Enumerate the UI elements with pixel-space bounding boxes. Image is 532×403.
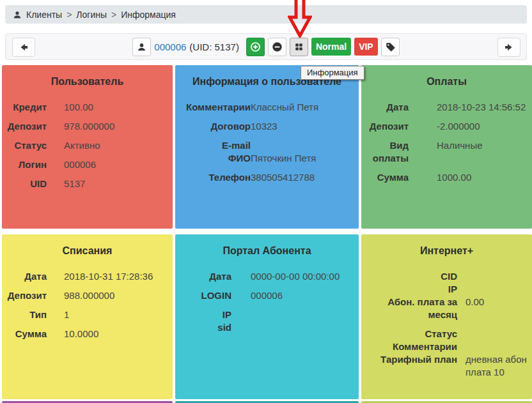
panel-subscriber-portal: Портал Абонента Дата0000-00-00 00:00:00L… (175, 234, 359, 399)
field-value: 000006 (64, 158, 96, 171)
panel-user: Пользователь Кредит100.00Депозит978.0000… (2, 65, 173, 229)
field-label: ФИО (175, 152, 251, 165)
field-value: 1 (64, 308, 69, 321)
field-label: Кредит (2, 101, 47, 114)
field-row: Дата2018-10-23 14:56:52 (361, 101, 532, 114)
field-label: Комментарии (175, 101, 251, 114)
tags-button[interactable] (381, 38, 400, 56)
field-label: Тип (2, 308, 47, 321)
field-label: Телефон (175, 171, 251, 184)
field-row: ФИОПяточкин Петя (175, 152, 359, 165)
field-value: 000006 (251, 289, 283, 302)
next-login-button[interactable] (497, 38, 520, 57)
field-row: Тип1 (2, 308, 173, 321)
field-row: UID5137 (2, 178, 173, 190)
field-value: 0000-00-00 00:00:00 (251, 270, 340, 283)
field-row: Тарифный пландневная абон плата 10 (361, 353, 532, 379)
field-value: 1000.00 (437, 171, 471, 184)
circle-plus-icon (250, 42, 261, 52)
field-value: Пяточкин Петя (251, 152, 316, 165)
user-icon (137, 42, 146, 52)
field-label: sid (175, 321, 231, 334)
panel-rows: Дата0000-00-00 00:00:00LOGIN000006IPsid (175, 270, 359, 334)
field-value: 2018-10-31 17:28:36 (64, 270, 153, 283)
subtract-deposit-button[interactable] (268, 38, 286, 56)
field-row: СтатусАктивно (2, 139, 173, 152)
field-label: Логин (2, 158, 47, 171)
field-row: Вид оплатыНаличные (361, 139, 532, 165)
panel-title: Списания (2, 245, 173, 257)
prev-login-button[interactable] (12, 38, 35, 57)
field-value: 100.00 (64, 101, 93, 114)
panel-rows: Дата2018-10-23 14:56:52Депозит-2.000000В… (361, 101, 532, 184)
toolbar-center-group: 000006 (UID: 5137) Normal VIP (132, 38, 399, 56)
field-label: Сумма (2, 328, 47, 340)
user-icon (13, 10, 22, 19)
field-row: Сумма1000.00 (361, 171, 532, 184)
field-label: Статус (361, 328, 457, 340)
field-value: 2018-10-23 14:56:52 (437, 101, 526, 114)
field-label: Дата (175, 270, 231, 283)
field-label: Договор (175, 120, 251, 133)
field-label: Депозит (2, 289, 47, 302)
panel-payments: Оплаты Дата2018-10-23 14:56:52Депозит-2.… (361, 65, 532, 229)
field-label: Депозит (2, 120, 47, 133)
panel-rows: Дата2018-10-31 17:28:36Депозит988.000000… (2, 270, 173, 340)
field-label: Абон. плата за месяц (361, 296, 457, 321)
tooltip: Информация (301, 66, 364, 80)
panel-rows: КомментарииКлассный ПетяДоговор10323E-ma… (175, 101, 359, 184)
info-grid-button[interactable] (290, 38, 308, 56)
field-row: IP (175, 308, 359, 321)
field-label: CID (361, 270, 457, 283)
toolbar: 000006 (UID: 5137) Normal VIP (5, 33, 527, 60)
field-label: Дата (2, 270, 47, 283)
breadcrumb: Клиенты > Логины > Информация (5, 5, 527, 24)
breadcrumb-separator: > (66, 10, 72, 20)
field-value: 978.000000 (64, 120, 114, 133)
field-row: Сумма10.0000 (2, 328, 173, 340)
field-row: Логин000006 (2, 158, 173, 171)
field-label: E-mail (175, 139, 251, 152)
field-value: Классный Петя (251, 101, 318, 114)
grid-icon (294, 42, 304, 52)
field-row: sid (175, 321, 359, 334)
field-label: Тарифный план (361, 353, 457, 379)
status-normal-button[interactable]: Normal (311, 38, 351, 56)
field-label: Сумма (361, 171, 409, 184)
panel-user-info: Информация о пользователе КомментарииКла… (175, 65, 359, 229)
breadcrumb-separator: > (111, 10, 116, 20)
field-label: Вид оплаты (361, 139, 409, 165)
login-link[interactable]: 000006 (154, 42, 186, 52)
field-row: Статус (361, 328, 532, 340)
field-row: Дата2018-10-31 17:28:36 (2, 270, 173, 283)
field-value: 10.0000 (64, 328, 98, 340)
user-card-button[interactable] (132, 38, 151, 56)
field-label: IP (175, 308, 231, 321)
field-value: 10323 (251, 120, 278, 133)
field-row: Депозит988.000000 (2, 289, 173, 302)
panel-rows: Кредит100.00Депозит978.000000СтатусАктив… (2, 101, 173, 190)
field-row: E-mail (175, 139, 359, 152)
field-value: 988.000000 (64, 289, 114, 302)
uid-text: (UID: 5137) (189, 42, 239, 52)
field-label: Комментарии (361, 340, 457, 353)
panel-writeoffs: Списания Дата2018-10-31 17:28:36Депозит9… (2, 234, 173, 399)
status-vip-button[interactable]: VIP (354, 38, 378, 56)
circle-minus-icon (272, 42, 283, 52)
field-value: дневная абон плата 10 (465, 353, 531, 379)
tag-icon (385, 42, 396, 52)
field-value: Наличные (437, 139, 483, 165)
add-deposit-button[interactable] (246, 38, 265, 56)
breadcrumb-item-clients[interactable]: Клиенты (26, 10, 62, 20)
field-row: Депозит978.000000 (2, 120, 173, 133)
panel-internet-plus: Интернет+ CIDIPАбон. плата за месяц0.00С… (361, 234, 532, 399)
field-value: -2.000000 (437, 120, 480, 133)
panel-title: Пользователь (2, 76, 173, 87)
field-value: 0.00 (465, 296, 484, 321)
field-label: IP (361, 283, 457, 296)
field-row: Депозит-2.000000 (361, 120, 532, 133)
breadcrumb-item-logins[interactable]: Логины (76, 10, 107, 20)
field-value: 380505412788 (251, 171, 315, 184)
field-label: Депозит (361, 120, 409, 133)
field-label: LOGIN (175, 289, 231, 302)
